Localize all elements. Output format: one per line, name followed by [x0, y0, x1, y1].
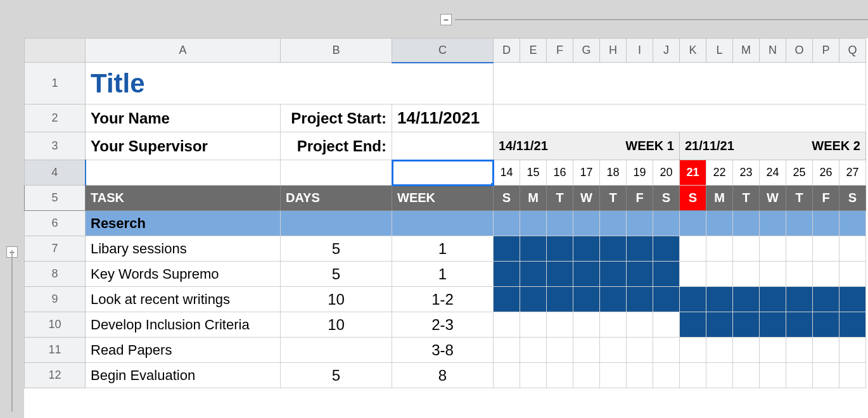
- project-start-value[interactable]: 14/11/2021: [392, 104, 494, 132]
- task-days[interactable]: 5: [281, 236, 392, 262]
- gantt-cell[interactable]: [520, 338, 547, 363]
- daynum[interactable]: 20: [653, 160, 680, 186]
- gantt-cell[interactable]: [706, 363, 733, 388]
- task-week[interactable]: 8: [392, 363, 494, 388]
- gantt-cell[interactable]: [733, 312, 760, 338]
- gantt-cell[interactable]: [520, 287, 547, 312]
- gantt-cell[interactable]: [573, 236, 600, 262]
- gantt-cell[interactable]: [547, 363, 573, 388]
- gantt-cell[interactable]: [680, 312, 706, 338]
- cell-A4[interactable]: [86, 160, 281, 186]
- task-name[interactable]: Begin Evaluation: [86, 363, 281, 388]
- gantt-cell[interactable]: [520, 211, 547, 236]
- gantt-cell[interactable]: [680, 262, 706, 287]
- header-week[interactable]: WEEK: [392, 186, 494, 211]
- task-days[interactable]: 10: [281, 312, 392, 338]
- dow[interactable]: F: [813, 186, 839, 211]
- project-start-label[interactable]: Project Start:: [281, 104, 392, 132]
- gantt-cell[interactable]: [760, 236, 786, 262]
- row-header-8[interactable]: 8: [25, 262, 86, 287]
- gantt-cell[interactable]: [600, 211, 627, 236]
- project-end-label[interactable]: Project End:: [281, 132, 392, 160]
- gantt-cell[interactable]: [627, 363, 653, 388]
- col-header-P[interactable]: P: [813, 39, 839, 63]
- row-header-2[interactable]: 2: [25, 104, 86, 132]
- cell[interactable]: [392, 211, 494, 236]
- row-header-3[interactable]: 3: [25, 132, 86, 160]
- daynum[interactable]: 14: [494, 160, 520, 186]
- gantt-cell[interactable]: [653, 338, 680, 363]
- task-name[interactable]: Libary sessions: [86, 236, 281, 262]
- gantt-cell[interactable]: [706, 262, 733, 287]
- gantt-cell[interactable]: [653, 236, 680, 262]
- daynum[interactable]: 18: [600, 160, 627, 186]
- gantt-cell[interactable]: [627, 287, 653, 312]
- row-header-4[interactable]: 4: [25, 160, 86, 186]
- col-header-G[interactable]: G: [573, 39, 600, 63]
- gantt-cell[interactable]: [494, 211, 520, 236]
- col-header-A[interactable]: A: [86, 39, 281, 63]
- gantt-cell[interactable]: [839, 262, 866, 287]
- gantt-cell[interactable]: [494, 312, 520, 338]
- dow[interactable]: F: [627, 186, 653, 211]
- dow[interactable]: S: [494, 186, 520, 211]
- gantt-cell[interactable]: [813, 312, 839, 338]
- cell[interactable]: [494, 104, 866, 132]
- task-days[interactable]: 5: [281, 262, 392, 287]
- row-header-1[interactable]: 1: [25, 63, 86, 104]
- gantt-cell[interactable]: [839, 363, 866, 388]
- gantt-cell[interactable]: [813, 236, 839, 262]
- gantt-cell[interactable]: [786, 211, 813, 236]
- gantt-cell[interactable]: [653, 262, 680, 287]
- row-header-6[interactable]: 6: [25, 211, 86, 236]
- gantt-cell[interactable]: [627, 338, 653, 363]
- task-week[interactable]: 1: [392, 236, 494, 262]
- select-all-corner[interactable]: [25, 39, 86, 63]
- task-name[interactable]: Read Papers: [86, 338, 281, 363]
- cell-B4[interactable]: [281, 160, 392, 186]
- gantt-cell[interactable]: [813, 363, 839, 388]
- dow[interactable]: T: [547, 186, 573, 211]
- gantt-cell[interactable]: [733, 236, 760, 262]
- gantt-cell[interactable]: [839, 211, 866, 236]
- task-days[interactable]: [281, 338, 392, 363]
- dow[interactable]: T: [786, 186, 813, 211]
- gantt-cell[interactable]: [706, 236, 733, 262]
- gantt-cell[interactable]: [733, 338, 760, 363]
- gantt-cell[interactable]: [573, 312, 600, 338]
- gantt-cell[interactable]: [653, 287, 680, 312]
- gantt-cell[interactable]: [547, 287, 573, 312]
- row-header-7[interactable]: 7: [25, 236, 86, 262]
- gantt-cell[interactable]: [600, 338, 627, 363]
- gantt-cell[interactable]: [733, 287, 760, 312]
- gantt-cell[interactable]: [786, 262, 813, 287]
- col-header-H[interactable]: H: [600, 39, 627, 63]
- dow-today[interactable]: S: [680, 186, 706, 211]
- gantt-cell[interactable]: [600, 363, 627, 388]
- gantt-cell[interactable]: [786, 236, 813, 262]
- daynum[interactable]: 17: [573, 160, 600, 186]
- row-header-12[interactable]: 12: [25, 363, 86, 388]
- column-group-collapse[interactable]: –: [440, 14, 452, 25]
- gantt-cell[interactable]: [733, 262, 760, 287]
- gantt-cell[interactable]: [706, 287, 733, 312]
- gantt-cell[interactable]: [760, 211, 786, 236]
- gantt-cell[interactable]: [627, 312, 653, 338]
- dow[interactable]: S: [653, 186, 680, 211]
- gantt-cell[interactable]: [494, 236, 520, 262]
- header-task[interactable]: TASK: [86, 186, 281, 211]
- gantt-cell[interactable]: [520, 312, 547, 338]
- col-header-L[interactable]: L: [706, 39, 733, 63]
- col-header-J[interactable]: J: [653, 39, 680, 63]
- gantt-cell[interactable]: [813, 338, 839, 363]
- col-header-K[interactable]: K: [680, 39, 706, 63]
- row-header-10[interactable]: 10: [25, 312, 86, 338]
- row-header-5[interactable]: 5: [25, 186, 86, 211]
- section-label[interactable]: Reserch: [86, 211, 281, 236]
- dow[interactable]: M: [706, 186, 733, 211]
- daynum[interactable]: 16: [547, 160, 573, 186]
- gantt-cell[interactable]: [653, 211, 680, 236]
- gantt-cell[interactable]: [839, 312, 866, 338]
- gantt-cell[interactable]: [760, 312, 786, 338]
- gantt-cell[interactable]: [547, 338, 573, 363]
